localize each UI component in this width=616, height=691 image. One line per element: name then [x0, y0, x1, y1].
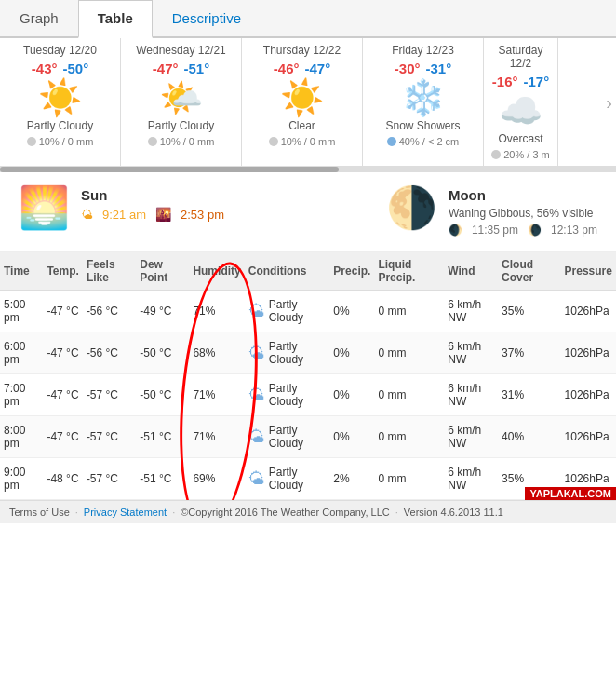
cell-wind: 6 km/h NW	[444, 332, 498, 374]
weather-icon-3: ❄️	[370, 80, 475, 115]
cell-time: 5:00 pm	[0, 291, 43, 332]
tab-table[interactable]: Table	[78, 0, 153, 38]
table-section: Time Temp. Feels Like Dew Point Humidity…	[0, 252, 616, 500]
cell-dew-point: -49 °C	[136, 291, 189, 332]
col-pressure: Pressure	[561, 252, 616, 291]
cell-wind: 6 km/h NW	[444, 416, 498, 458]
precip-val-1: 10% / 0 mm	[160, 136, 215, 147]
temp-high-0: -43°	[32, 61, 58, 76]
condition-text: Partly Cloudy	[269, 466, 327, 492]
cell-precip: 0%	[329, 291, 374, 332]
sunset-time: 2:53 pm	[181, 208, 224, 222]
cell-humidity: 68%	[189, 332, 244, 374]
cell-feels-like: -56 °C	[83, 291, 136, 332]
temp-low-3: -31°	[426, 61, 452, 76]
sun-icon: 🌅	[19, 187, 70, 228]
table-row: 6:00 pm-47 °C-56 °C-50 °C68%🌤Partly Clou…	[0, 332, 616, 374]
cell-precip: 0%	[329, 374, 374, 416]
cell-temp: -47 °C	[43, 291, 82, 332]
moonrise-icon: 🌘	[528, 224, 542, 237]
col-conditions: Conditions	[245, 252, 330, 291]
precip-3: 40% / < 2 cm	[370, 136, 475, 147]
precip-val-4: 20% / 3 m	[503, 149, 550, 160]
temp-high-3: -30°	[395, 61, 421, 76]
col-dew-point: Dew Point	[136, 252, 189, 291]
weather-icon-1: 🌤️	[128, 80, 234, 115]
day-label-4: Saturday 12/2	[491, 44, 550, 70]
cell-time: 7:00 pm	[0, 374, 43, 416]
sun-info: Sun 🌤 9:21 am 🌇 2:53 pm	[81, 187, 224, 222]
forecast-day-1: Wednesday 12/21 -47° -51° 🌤️ Partly Clou…	[121, 38, 242, 166]
cell-wind: 6 km/h NW	[444, 458, 498, 500]
temp-low-0: -50°	[63, 61, 89, 76]
temp-low-1: -51°	[184, 61, 210, 76]
forecast-day-4: Saturday 12/2 -16° -17° ☁️ Overcast 20% …	[484, 38, 558, 166]
condition-text: Partly Cloudy	[269, 340, 327, 366]
temp-high-2: -46°	[274, 61, 300, 76]
precip-dot-3	[387, 137, 396, 146]
cell-humidity: 69%	[189, 458, 244, 500]
condition-3: Snow Showers	[370, 119, 475, 132]
weather-icon-0: ☀️	[7, 80, 113, 115]
cell-pressure: 1026hPa	[561, 416, 616, 458]
sun-block: 🌅 Sun 🌤 9:21 am 🌇 2:53 pm	[19, 187, 224, 237]
terms-link[interactable]: Terms of Use	[9, 507, 70, 518]
cell-liquid-precip: 0 mm	[374, 374, 444, 416]
sunset-icon: 🌇	[155, 207, 171, 222]
privacy-link[interactable]: Privacy Statement	[84, 507, 167, 518]
precip-val-0: 10% / 0 mm	[39, 136, 94, 147]
condition-4: Overcast	[491, 132, 550, 145]
tabs-bar: Graph Table Descriptive	[0, 0, 616, 38]
col-temp: Temp.	[43, 252, 82, 291]
cell-temp: -47 °C	[43, 416, 82, 458]
cell-temp: -48 °C	[43, 458, 82, 500]
forecast-strip: Tuesday 12/20 -43° -50° ☀️ Partly Cloudy…	[0, 38, 616, 167]
table-row: 7:00 pm-47 °C-57 °C-50 °C71%🌤Partly Clou…	[0, 374, 616, 416]
moon-phase: Waning Gibbous, 56% visible	[449, 207, 597, 220]
condition-text: Partly Cloudy	[269, 424, 327, 450]
weather-icon-2: ☀️	[249, 80, 355, 115]
cell-cloud-cover: 40%	[498, 416, 561, 458]
col-feels-like: Feels Like	[83, 252, 136, 291]
scroll-right-button[interactable]: ›	[602, 84, 616, 120]
cell-condition: 🌤Partly Cloudy	[245, 374, 330, 416]
sun-label: Sun	[81, 187, 224, 203]
cell-temp: -47 °C	[43, 332, 82, 374]
condition-icon: 🌤	[248, 302, 265, 321]
col-liquid-precip: Liquid Precip.	[374, 252, 444, 291]
moon-info: Moon Waning Gibbous, 56% visible 🌒 11:35…	[449, 187, 597, 237]
condition-icon: 🌤	[248, 469, 265, 489]
sunrise-time: 9:21 am	[102, 208, 146, 222]
tab-graph[interactable]: Graph	[0, 0, 78, 36]
precip-dot-2	[269, 137, 278, 146]
condition-icon: 🌤	[248, 427, 265, 447]
moonset-time: 11:35 pm	[472, 224, 518, 237]
tab-descriptive[interactable]: Descriptive	[153, 0, 261, 36]
moonset-icon: 🌒	[449, 224, 462, 237]
moon-times: 🌒 11:35 pm 🌘 12:13 pm	[449, 224, 597, 237]
temps-2: -46° -47°	[249, 61, 355, 76]
cell-time: 8:00 pm	[0, 416, 43, 458]
cell-dew-point: -50 °C	[136, 332, 189, 374]
cell-condition: 🌤Partly Cloudy	[245, 332, 330, 374]
cell-precip: 2%	[329, 458, 374, 500]
precip-1: 10% / 0 mm	[128, 136, 234, 147]
col-humidity: Humidity	[189, 252, 244, 291]
cell-liquid-precip: 0 mm	[374, 416, 444, 458]
cell-wind: 6 km/h NW	[444, 291, 498, 332]
cell-precip: 0%	[329, 416, 374, 458]
condition-icon: 🌤	[248, 386, 265, 405]
condition-1: Partly Cloudy	[128, 119, 234, 132]
weather-table: Time Temp. Feels Like Dew Point Humidity…	[0, 252, 616, 500]
table-header-row: Time Temp. Feels Like Dew Point Humidity…	[0, 252, 616, 291]
cell-dew-point: -50 °C	[136, 374, 189, 416]
footer: Terms of Use · Privacy Statement · ©Copy…	[0, 500, 616, 523]
temps-4: -16° -17°	[491, 74, 550, 89]
col-precip: Precip.	[329, 252, 374, 291]
col-time: Time	[0, 252, 43, 291]
condition-text: Partly Cloudy	[269, 298, 327, 324]
cell-time: 6:00 pm	[0, 332, 43, 374]
condition-text: Partly Cloudy	[269, 382, 327, 408]
condition-2: Clear	[249, 119, 355, 132]
cell-cloud-cover: 37%	[498, 332, 561, 374]
